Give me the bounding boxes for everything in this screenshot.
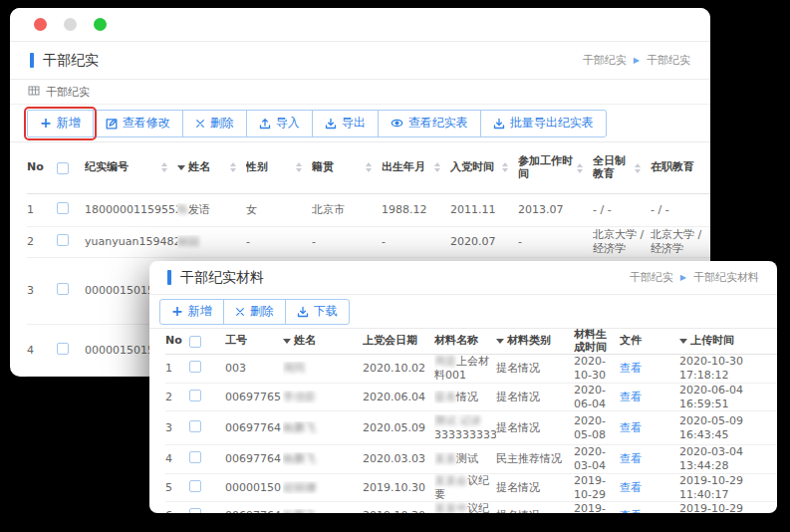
- view-edit-button[interactable]: 查看修改: [93, 110, 183, 137]
- row-checkbox-cell[interactable]: [189, 361, 225, 377]
- table-cell[interactable]: -: [246, 235, 312, 249]
- table-cell[interactable]: -: [382, 235, 450, 249]
- table-cell[interactable]: 民主推荐情况: [496, 452, 574, 466]
- table-cell[interactable]: 5: [165, 481, 189, 495]
- table-cell[interactable]: -: [312, 235, 382, 249]
- table-cell[interactable]: 北京大学 / 经济学: [651, 228, 710, 256]
- table-cell[interactable]: 2019-10-29: [574, 502, 620, 513]
- table-cell[interactable]: 2020-06-04 16:59:51: [679, 384, 767, 411]
- add-button[interactable]: +新增: [159, 299, 224, 325]
- table-cell[interactable]: 2: [27, 235, 57, 249]
- zoom-window-button[interactable]: [94, 18, 107, 31]
- file-view-link[interactable]: 查看: [620, 421, 642, 434]
- row-checkbox-cell[interactable]: [57, 283, 85, 299]
- sort-icon[interactable]: [366, 162, 372, 172]
- export-button[interactable]: 导出: [312, 110, 379, 137]
- row-checkbox[interactable]: [189, 480, 201, 492]
- filter-icon[interactable]: [283, 339, 291, 344]
- sort-icon[interactable]: [635, 163, 641, 173]
- sort-icon[interactable]: [434, 162, 440, 172]
- minimize-window-button[interactable]: [64, 18, 77, 31]
- row-checkbox[interactable]: [189, 420, 201, 432]
- column-header[interactable]: 上传时间: [679, 335, 767, 348]
- table-cell[interactable]: 2020-05-08: [574, 414, 620, 442]
- table-cell[interactable]: 提名情况: [496, 481, 574, 495]
- row-checkbox[interactable]: [57, 283, 69, 295]
- breadcrumb-item-parent[interactable]: 干部纪实: [583, 53, 627, 68]
- row-checkbox[interactable]: [57, 202, 69, 214]
- table-cell[interactable]: 女: [246, 203, 312, 217]
- table-cell[interactable]: 1: [27, 203, 57, 217]
- sort-icon[interactable]: [577, 163, 583, 173]
- table-cell[interactable]: 003: [225, 362, 283, 376]
- table-cell[interactable]: 提名情况: [496, 362, 574, 376]
- table-cell[interactable]: 2019.10.30: [363, 481, 434, 495]
- table-cell[interactable]: 00000150: [225, 481, 283, 495]
- select-all-checkbox[interactable]: [189, 336, 201, 348]
- table-cell[interactable]: 北京大学 / 经济学: [593, 228, 651, 256]
- delete-button[interactable]: 删除: [182, 110, 247, 137]
- table-cell[interactable]: yuanyuan1594828800: [85, 235, 177, 249]
- row-checkbox-cell[interactable]: [189, 480, 225, 496]
- table-cell[interactable]: 2011.11: [450, 203, 518, 217]
- file-view-link[interactable]: 查看: [620, 509, 642, 513]
- table-cell[interactable]: 2019-10-29 11:40:17: [679, 474, 767, 502]
- table-cell[interactable]: - / -: [651, 203, 710, 217]
- column-header[interactable]: 性别: [246, 161, 312, 174]
- table-cell[interactable]: 2020-10-30: [574, 355, 620, 383]
- row-checkbox-cell[interactable]: [189, 390, 225, 405]
- row-checkbox-cell[interactable]: [189, 420, 225, 436]
- table-cell[interactable]: 2020-06-04: [574, 384, 620, 411]
- sort-icon[interactable]: [502, 162, 508, 172]
- table-cell[interactable]: 北京市: [312, 203, 382, 217]
- table-cell[interactable]: 3: [165, 421, 189, 435]
- filter-icon[interactable]: [496, 339, 504, 344]
- table-cell[interactable]: 6: [165, 509, 189, 513]
- table-cell[interactable]: 00697764: [225, 509, 283, 513]
- view-record-sheet-button[interactable]: 查看纪实表: [378, 110, 481, 137]
- column-header[interactable]: 籍贯: [312, 161, 382, 174]
- table-cell[interactable]: 2: [165, 391, 189, 404]
- table-cell[interactable]: 4: [165, 452, 189, 466]
- table-cell[interactable]: 2019.10.30: [363, 509, 434, 513]
- table-cell[interactable]: 1988.12: [382, 203, 450, 217]
- table-cell[interactable]: 2020.03.03: [363, 452, 434, 466]
- row-checkbox-cell[interactable]: [57, 343, 85, 359]
- table-cell[interactable]: - / -: [593, 203, 651, 217]
- file-view-link[interactable]: 查看: [620, 391, 642, 403]
- row-checkbox-cell[interactable]: [189, 451, 225, 467]
- table-cell[interactable]: 3: [27, 284, 57, 298]
- table-cell[interactable]: 00697765: [225, 391, 283, 404]
- table-cell[interactable]: 2013.07: [518, 203, 593, 217]
- table-cell[interactable]: 2020.10.02: [363, 362, 434, 376]
- row-checkbox-cell[interactable]: [57, 234, 85, 250]
- column-header[interactable]: 出生年月: [382, 161, 450, 174]
- row-checkbox[interactable]: [57, 234, 69, 246]
- file-view-link[interactable]: 查看: [620, 452, 642, 465]
- filter-icon[interactable]: [679, 339, 687, 344]
- delete-button[interactable]: 删除: [223, 299, 286, 325]
- column-header[interactable]: 全日制教育: [593, 155, 651, 180]
- row-checkbox[interactable]: [189, 508, 201, 513]
- import-button[interactable]: 导入: [246, 110, 313, 137]
- table-cell[interactable]: 提名情况: [496, 421, 574, 435]
- table-cell[interactable]: 查看: [620, 452, 679, 466]
- select-all-checkbox[interactable]: [57, 162, 69, 174]
- filter-icon[interactable]: [177, 165, 185, 170]
- select-all-cell[interactable]: [57, 162, 85, 174]
- table-cell[interactable]: 查看: [620, 391, 679, 404]
- close-window-button[interactable]: [34, 18, 47, 31]
- table-cell[interactable]: 1: [165, 362, 189, 376]
- table-cell[interactable]: 00697764: [225, 421, 283, 435]
- file-view-link[interactable]: 查看: [620, 481, 642, 494]
- column-header[interactable]: 姓名: [177, 161, 246, 174]
- row-checkbox-cell[interactable]: [189, 508, 225, 513]
- table-cell[interactable]: 180000011595520000: [85, 203, 177, 217]
- row-checkbox[interactable]: [57, 343, 69, 355]
- table-cell[interactable]: 2020.07: [450, 235, 518, 249]
- table-cell[interactable]: 2020.05.09: [363, 421, 434, 435]
- sort-icon[interactable]: [161, 162, 167, 172]
- row-checkbox[interactable]: [189, 390, 201, 401]
- sort-icon[interactable]: [296, 162, 302, 172]
- table-cell[interactable]: 提名情况: [496, 391, 574, 404]
